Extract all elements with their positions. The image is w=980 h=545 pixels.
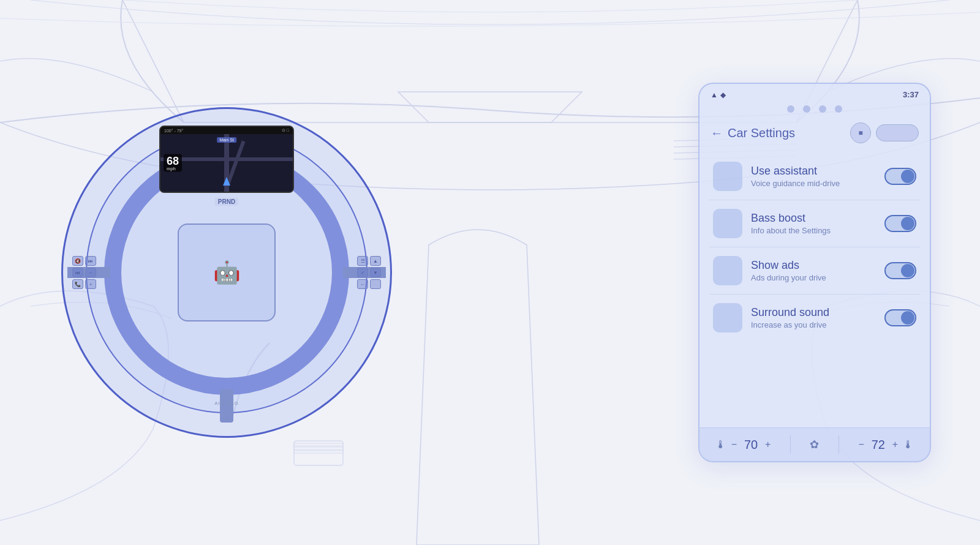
setting-subtitle-use-assistant: Voice guidance mid-drive	[751, 179, 876, 188]
wheel-controls-right: ☰ ▲ ✓ ▼ ←	[357, 256, 381, 289]
ctrl-skip[interactable]: ⏭	[85, 256, 96, 266]
back-button[interactable]: ← Car Settings	[710, 126, 795, 140]
setting-icon-use-assistant	[713, 162, 742, 191]
wifi-icon: ◆	[720, 91, 726, 99]
setting-title-show-ads: Show ads	[751, 259, 876, 272]
street-label: Main St	[217, 137, 236, 143]
climate-left-minus[interactable]: −	[731, 439, 737, 450]
ctrl-up[interactable]: ▲	[370, 256, 381, 266]
ctrl-vol-down[interactable]: −	[85, 268, 96, 277]
seat-heat-left-icon: 🌡	[715, 438, 726, 451]
ctrl-vol-up[interactable]: +	[85, 279, 96, 289]
climate-right: − 72 + 🌡	[859, 438, 914, 452]
phone-screen: 100° - 79° ⊙ □ Main St 68 mph	[159, 126, 294, 193]
speed-display: 68 mph	[164, 154, 182, 172]
ctrl-back[interactable]: ←	[357, 279, 368, 289]
ctrl-mute[interactable]: 🔇	[72, 256, 83, 266]
climate-divider-left	[790, 435, 791, 454]
climate-right-plus[interactable]: +	[892, 439, 898, 450]
climate-left-value: 70	[742, 438, 760, 452]
stop-button[interactable]: ■	[850, 122, 871, 143]
setting-subtitle-bass-boost: Info about the Settings	[751, 226, 876, 235]
climate-right-minus[interactable]: −	[859, 439, 864, 450]
speed-unit: mph	[167, 167, 179, 171]
notif-dot-4	[835, 105, 842, 113]
signal-icon: ▲	[710, 91, 718, 99]
toggle-surround-sound[interactable]	[884, 309, 916, 326]
ctrl-empty	[370, 279, 381, 289]
steering-wheel-section: 100° - 79° ⊙ □ Main St 68 mph PRND	[49, 95, 404, 450]
setting-item-show-ads: Show ads Ads during your drive	[709, 247, 920, 295]
notification-dots	[699, 103, 930, 118]
airbag-label: AIR BAG	[214, 400, 238, 406]
settings-list: Use assistant Voice guidance mid-drive B…	[699, 151, 930, 427]
setting-icon-show-ads	[713, 256, 742, 285]
setting-item-surround-sound: Surround sound Increase as you drive	[709, 295, 920, 341]
settings-panel: ▲ ◆ 3:37 ← Car Settings ■	[698, 83, 931, 462]
more-button[interactable]	[876, 124, 919, 141]
toggle-bass-boost[interactable]	[884, 215, 916, 232]
ctrl-phone[interactable]: 📞	[72, 279, 83, 289]
wheel-controls-left: 🔇 ⏭ ⏮ − 📞 +	[72, 256, 96, 289]
settings-header: ← Car Settings ■	[699, 118, 930, 151]
setting-item-use-assistant: Use assistant Voice guidance mid-drive	[709, 153, 920, 200]
setting-text-show-ads: Show ads Ads during your drive	[751, 259, 876, 282]
climate-bar: 🌡 − 70 + ✿ − 72 + 🌡	[699, 427, 930, 461]
phone-mount: 100° - 79° ⊙ □ Main St 68 mph	[159, 126, 294, 193]
setting-title-use-assistant: Use assistant	[751, 165, 876, 178]
speed-value: 68	[167, 155, 179, 167]
ctrl-menu[interactable]: ☰	[357, 256, 368, 266]
notif-dot-2	[803, 105, 810, 113]
notif-dot-3	[819, 105, 826, 113]
seat-heat-right-icon: 🌡	[903, 438, 914, 451]
setting-text-surround-sound: Surround sound Increase as you drive	[751, 306, 876, 329]
ctrl-prev[interactable]: ⏮	[72, 268, 83, 277]
prnd-display: PRND	[215, 198, 238, 206]
setting-subtitle-surround-sound: Increase as you drive	[751, 320, 876, 329]
setting-title-bass-boost: Bass boost	[751, 212, 876, 225]
header-actions: ■	[850, 122, 919, 143]
phone-top-icons: ⊙ □	[282, 128, 289, 133]
toggle-knob-use-assistant	[901, 170, 914, 183]
toggle-knob-surround-sound	[901, 311, 914, 325]
toggle-knob-bass-boost	[901, 217, 914, 230]
setting-subtitle-show-ads: Ads during your drive	[751, 273, 876, 282]
stop-icon: ■	[858, 129, 862, 137]
phone-top-info: 100° - 79°	[164, 129, 183, 133]
map-arrow-icon	[223, 177, 230, 186]
setting-icon-surround-sound	[713, 303, 742, 333]
toggle-show-ads[interactable]	[884, 262, 916, 279]
phone-top-bar: 100° - 79° ⊙ □	[160, 127, 293, 134]
ctrl-down[interactable]: ▼	[370, 268, 381, 277]
android-logo-icon: 🤖	[213, 260, 241, 285]
notif-dot-1	[787, 105, 794, 113]
setting-text-bass-boost: Bass boost Info about the Settings	[751, 212, 876, 235]
phone-status-bar: ▲ ◆ 3:37	[699, 84, 930, 103]
setting-icon-bass-boost	[713, 209, 742, 238]
fan-icon: ✿	[810, 438, 819, 451]
climate-left-plus[interactable]: +	[765, 439, 771, 450]
back-arrow-icon: ←	[710, 126, 723, 140]
setting-title-surround-sound: Surround sound	[751, 306, 876, 319]
climate-divider-right	[839, 435, 839, 454]
climate-center: ✿	[810, 438, 819, 451]
wheel-hub: 🤖	[178, 224, 276, 321]
status-time: 3:37	[903, 90, 919, 99]
header-title: Car Settings	[728, 126, 795, 140]
climate-left: 🌡 − 70 +	[715, 438, 771, 452]
toggle-knob-show-ads	[901, 264, 914, 277]
status-icons-left: ▲ ◆	[710, 91, 726, 99]
climate-right-value: 72	[869, 438, 888, 452]
ctrl-check[interactable]: ✓	[357, 268, 368, 277]
phone-map-area: Main St 68 mph	[160, 134, 293, 192]
toggle-use-assistant[interactable]	[884, 168, 916, 185]
setting-text-use-assistant: Use assistant Voice guidance mid-drive	[751, 165, 876, 188]
setting-item-bass-boost: Bass boost Info about the Settings	[709, 200, 920, 247]
